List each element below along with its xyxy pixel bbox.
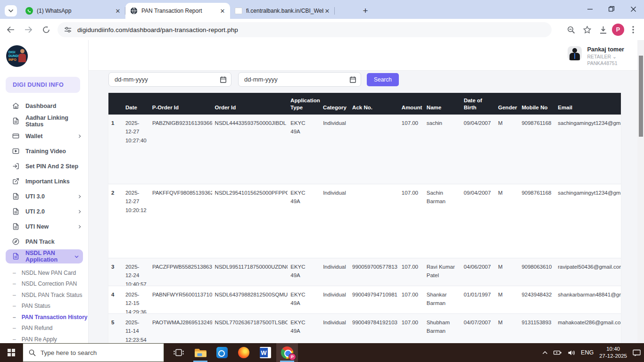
cell-p_order_id: PAOTWMAJ28695132491 — [149, 318, 212, 327]
date-to-input[interactable]: dd-mm-yyyy — [238, 72, 361, 87]
sidebar-subitem-nsdl-pan-track-status[interactable]: –NSDL PAN Track Status — [0, 289, 89, 301]
sidebar-subitem-nsdl-correction-pan[interactable]: –NSDL Correction PAN — [0, 279, 89, 290]
tray-expand-button[interactable] — [542, 351, 548, 354]
chevron-right-icon — [77, 194, 82, 199]
sidebar-item-label: Aadhar Linking Status — [25, 115, 82, 128]
sidebar-item-set-pin-and-2-step[interactable]: Set PIN And 2 Step — [0, 159, 89, 174]
cell-gender: M — [495, 263, 519, 271]
sidebar-item-label: UTI New — [25, 223, 77, 230]
tab-close-button[interactable]: ✕ — [114, 7, 122, 15]
sidebar-item-label: NSDL PAN Application — [25, 250, 74, 263]
zoom-indicator-button[interactable] — [564, 23, 578, 37]
cell-name: Shubham Barman — [424, 318, 461, 336]
table-row: 12025-12-27 10:27:40PABZNIGB92316139366N… — [108, 115, 621, 184]
url-text: digidundiinfo.com/dashboard/pan-transact… — [77, 26, 238, 33]
sidebar-subitem-nsdl-new-pan-card[interactable]: –NSDL New PAN Card — [0, 267, 89, 279]
download-button[interactable] — [596, 23, 610, 37]
taskbar-app-outlook[interactable] — [211, 343, 233, 362]
dash-icon: – — [13, 314, 16, 321]
new-tab-button[interactable]: + — [359, 5, 372, 17]
column-header-p_order_id: P-Order Id — [149, 104, 212, 111]
brand-title: DIGI DUNDI INFO — [6, 77, 80, 93]
page-scrollbar[interactable] — [637, 40, 644, 343]
taskbar-search[interactable]: Type here to search — [23, 343, 164, 362]
sidebar-item-uti-new[interactable]: UTI New — [0, 219, 89, 234]
cell-gender: M — [495, 318, 519, 327]
scrollbar-thumb[interactable] — [639, 56, 643, 137]
column-header-application_type: Application Type — [288, 97, 320, 111]
bookmark-button[interactable] — [580, 23, 594, 37]
browser-toolbar: digidundiinfo.com/dashboard/pan-transact… — [0, 19, 644, 40]
reload-button[interactable] — [39, 22, 54, 37]
cell-amount: 107.00 — [399, 119, 424, 127]
sidebar-item-training-video[interactable]: Training Video — [0, 144, 89, 159]
tab-close-button[interactable]: ✕ — [219, 7, 226, 15]
dash-icon: – — [13, 280, 16, 287]
sidebar-subitem-pan-refund[interactable]: –PAN Refund — [0, 323, 89, 334]
taskbar-app-word[interactable]: W — [255, 343, 276, 362]
sidebar-item-label: Important Links — [25, 178, 82, 185]
cell-amount: 107.00 — [399, 290, 424, 299]
cell-email: shankarbarman48841@gma — [555, 290, 621, 299]
sidebar-item-wallet[interactable]: Wallet — [0, 129, 89, 144]
taskbar-app-firefox[interactable] — [233, 343, 255, 362]
back-button[interactable] — [3, 22, 18, 37]
search-button[interactable]: Search — [367, 73, 399, 86]
browser-tab[interactable]: fi.centralbank.bank.in/CBI_WebA✕ — [230, 3, 335, 19]
cell-num: 3 — [108, 263, 123, 271]
user-profile[interactable]: Pankaj tomer RETAILER ⌄ PANKA48751 — [568, 46, 624, 66]
sidebar-subitem-pan-transaction-history[interactable]: –PAN Transaction History — [0, 312, 89, 323]
battery-icon[interactable] — [553, 350, 562, 355]
restore-button[interactable] — [601, 0, 622, 18]
chevron-right-icon — [77, 134, 82, 139]
tray-language[interactable]: ENG — [581, 349, 594, 356]
user-avatar — [568, 46, 582, 60]
cell-email: ravipatel50436@gmail.com — [555, 263, 621, 271]
volume-icon[interactable] — [568, 350, 575, 356]
browser-tab[interactable]: PAN Transaction Report✕ — [125, 3, 230, 19]
sidebar-item-uti-3-0[interactable]: UTI 3.0 — [0, 189, 89, 204]
tab-title: (1) WhatsApp — [37, 8, 114, 14]
cell-p_order_id: PACZFPWB55825138630 — [149, 263, 212, 271]
sidebar-item-label: PAN Track — [25, 239, 82, 245]
sidebar-item-nsdl-pan-application[interactable]: NSDL PAN Application — [6, 249, 83, 263]
sidebar-subitem-pan-status[interactable]: –PAN Status — [0, 301, 89, 312]
file-icon — [12, 117, 20, 125]
cell-category: Individual — [320, 189, 349, 197]
sidebar-item-pan-track[interactable]: PAN Track — [0, 234, 89, 249]
taskbar-app-chrome[interactable]: P — [276, 343, 298, 362]
browser-tab[interactable]: (1) WhatsApp✕ — [21, 3, 125, 19]
close-button[interactable] — [622, 0, 644, 18]
table-body: 12025-12-27 10:27:40PABZNIGB92316139366N… — [108, 115, 621, 361]
forward-button[interactable] — [21, 22, 36, 37]
url-bar[interactable]: digidundiinfo.com/dashboard/pan-transact… — [58, 22, 552, 37]
column-header-order_id: Order Id — [212, 104, 288, 111]
sidebar-item-aadhar-linking-status[interactable]: Aadhar Linking Status — [0, 114, 89, 129]
main-content: dd-mm-yyyy dd-mm-yyyy Search DateP-Order… — [89, 71, 637, 343]
sidebar-item-important-links[interactable]: Important Links — [0, 174, 89, 189]
app-logo: DIGIDUNDIINFO — [6, 45, 28, 67]
sidebar-subitem-pan-re-apply[interactable]: –PAN Re Apply — [0, 334, 89, 345]
tab-search-button[interactable] — [5, 5, 17, 16]
browser-profile-avatar[interactable]: P — [612, 24, 624, 36]
tab-close-button[interactable]: ✕ — [323, 7, 331, 15]
date-from-input[interactable]: dd-mm-yyyy — [108, 72, 231, 87]
table-header: DateP-Order IdOrder IdApplication TypeCa… — [108, 93, 621, 115]
sidebar-item-dashboard[interactable]: Dashboard — [0, 99, 89, 114]
app-header: Pankaj tomer RETAILER ⌄ PANKA48751 — [0, 40, 637, 71]
taskbar-app-task-view[interactable] — [168, 343, 190, 362]
cell-email: mahakoatel286@gmail.com — [555, 318, 621, 327]
column-header-date: Date — [123, 104, 149, 111]
taskbar-app-file-explorer[interactable] — [190, 343, 211, 362]
calendar-icon — [350, 76, 356, 83]
sidebar-item-uti-2-0[interactable]: UTI 2.0 — [0, 204, 89, 219]
cell-num: 5 — [108, 318, 123, 327]
notification-icon[interactable] — [633, 349, 641, 356]
browser-menu-button[interactable] — [626, 23, 640, 37]
tray-clock[interactable]: 10:4027-12-2025 — [599, 346, 627, 360]
start-button[interactable] — [0, 343, 23, 362]
minimize-icon — [587, 7, 593, 12]
minimize-button[interactable] — [579, 0, 601, 18]
column-header-amount: Amount — [399, 104, 424, 111]
cell-category: Individual — [320, 318, 349, 327]
